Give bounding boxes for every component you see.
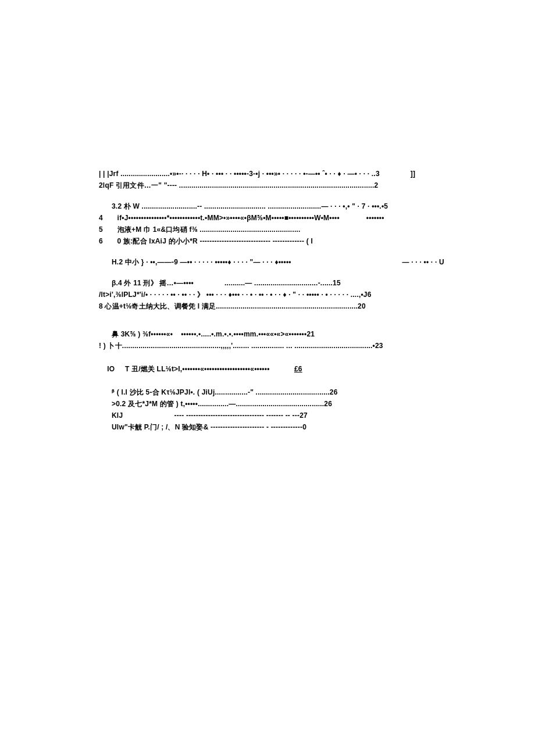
toc-line-17: UIw"卡觥 P.门/ ; /、N 验知娶& -----------------… [99, 421, 500, 433]
toc-line-10: 8 心温+t⅛奇土纳大比、调餐凭 I 满足...................… [99, 300, 500, 312]
toc-line-14: ᵝ ( I.I 沙比 5-合 Kτ⅛JPJI•. ( JiUj.........… [99, 386, 500, 398]
toc-line-13-text: IO T 丑/燃关 LL⅛t>I,•••••••«•••••••••••••••… [107, 365, 294, 373]
toc-line-12: ! ) 卜十..................................… [99, 340, 500, 352]
toc-line-11: 鼻 3K⅝ ) ⅜f••••••«• ••••••.•.....•.m.•.•.… [99, 328, 500, 340]
toc-line-13: IO T 丑/燃关 LL⅛t>I,•••••••«•••••••••••••••… [99, 352, 500, 386]
toc-line-6: 6 0 族:配合 IxAiJ 的小小*R -------------------… [99, 235, 500, 247]
toc-line-2: 2lqF 引用文件…一" "---- .....................… [99, 180, 500, 191]
toc-line-8: β.4 外 11 刑》 摇…•—•••• ..........— .......… [99, 277, 500, 289]
document-page: | | |Jrf ........................•»•‑· ·… [0, 0, 535, 756]
toc-line-1: | | |Jrf ........................•»•‑· ·… [99, 168, 500, 180]
toc-line-15: >0.2 及七*J*M 的管 ) t,•••••...............—… [99, 398, 500, 410]
toc-line-4: 4 if•J•••••••••••••••*••••••••••••t.•MM>… [99, 212, 500, 224]
toc-line-9: /It>i',⅜IPLJ*'i/• · · · · · •• · •• · · … [99, 289, 500, 300]
toc-line-3: 3.2 朴 W ...........................-- ..… [99, 200, 500, 212]
toc-line-16: KIJ ---- -------------------------------… [99, 410, 500, 421]
toc-line-5: 5 泡液+M 巾 1«&口均硝 f⅜ .....................… [99, 224, 500, 235]
toc-line-13-page: £6 [294, 365, 302, 373]
toc-line-7: H.2 中小 } · ••,——-9 —•• · · · · · •••••♦ … [99, 256, 500, 268]
